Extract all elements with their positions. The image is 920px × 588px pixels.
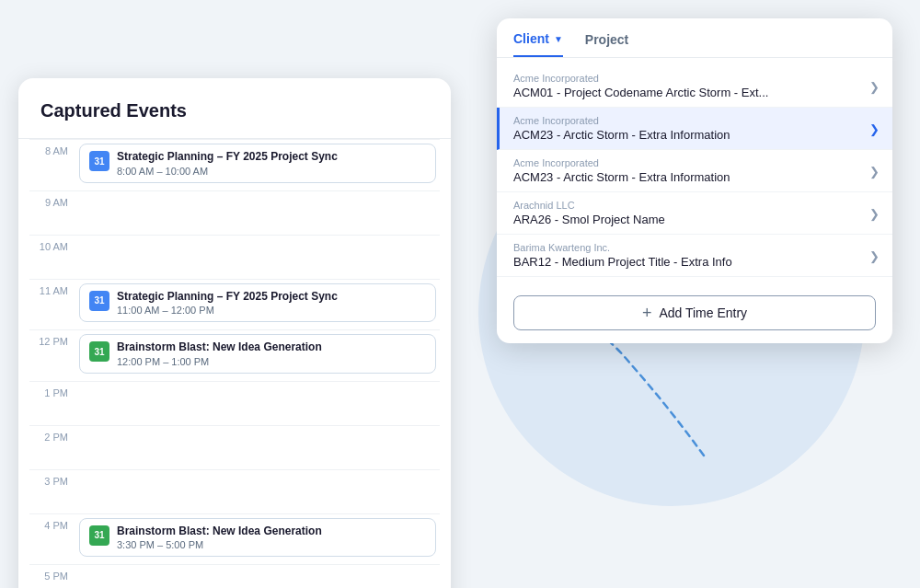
time-grid: 8 AM31Strategic Planning – FY 2025 Proje… [18,139,451,588]
event-title: Strategic Planning – FY 2025 Project Syn… [117,150,338,165]
tab-client[interactable]: Client ▼ [513,31,563,57]
time-content: 31Brainstorm Blast: New Idea Generation1… [75,330,440,381]
time-label: 1 PM [29,382,75,398]
time-row: 11 AM31Strategic Planning – FY 2025 Proj… [29,279,440,330]
event-card[interactable]: 31Strategic Planning – FY 2025 Project S… [79,144,436,183]
event-time: 8:00 AM – 10:00 AM [117,166,338,177]
project-client: Acme Incorporated [513,73,876,84]
project-name: ARA26 - Smol Project Name [513,213,876,226]
project-name: BAR12 - Medium Project Title - Extra Inf… [513,255,876,269]
tab-project-label: Project [585,32,628,47]
time-content: 31Strategic Planning – FY 2025 Project S… [75,280,440,330]
project-client: Barima Kwarteng Inc. [513,242,876,253]
event-time: 11:00 AM – 12:00 PM [117,305,338,316]
event-title: Brainstorm Blast: New Idea Generation [117,525,322,539]
event-info: Brainstorm Blast: New Idea Generation3:3… [117,525,322,551]
project-item[interactable]: Acme IncorporatedACM23 - Arctic Storm - … [497,150,892,192]
time-content [75,191,440,199]
event-time: 3:30 PM – 5:00 PM [117,539,322,550]
project-chevron-icon: ❯ [869,121,880,135]
project-list: Acme IncorporatedACM01 - Project Codenam… [497,58,892,284]
event-card[interactable]: 31Brainstorm Blast: New Idea Generation1… [79,334,436,374]
project-chevron-icon: ❯ [869,206,880,220]
project-chevron-icon: ❯ [869,248,880,262]
project-chevron-icon: ❯ [869,164,880,178]
project-name: ACM23 - Arctic Storm - Extra Information [513,170,876,184]
tab-client-chevron: ▼ [554,34,563,44]
time-row: 2 PM [29,425,440,469]
time-label: 3 PM [29,470,75,487]
project-item[interactable]: Acme IncorporatedACM01 - Project Codenam… [497,65,892,108]
calendar-icon: 31 [89,291,109,311]
time-row: 5 PM [29,564,440,588]
project-chevron-icon: ❯ [869,79,880,93]
dropdown-tabs: Client ▼ Project [497,18,892,58]
add-time-entry-button[interactable]: + Add Time Entry [513,295,876,330]
time-content [75,426,440,433]
project-client: Arachnid LLC [513,200,876,211]
time-row: 3 PM [29,469,440,513]
time-label: 2 PM [29,426,75,443]
time-content [75,382,440,389]
time-label: 12 PM [29,330,75,347]
time-label: 10 AM [29,236,75,252]
time-label: 4 PM [29,514,75,531]
calendar-panel: Captured Events 8 AM31Strategic Planning… [18,78,451,588]
project-item[interactable]: Arachnid LLCARA26 - Smol Project Name❯ [497,192,892,235]
event-info: Strategic Planning – FY 2025 Project Syn… [117,150,338,177]
add-time-entry-label: Add Time Entry [659,306,747,320]
event-card[interactable]: 31Strategic Planning – FY 2025 Project S… [79,283,436,323]
event-time: 12:00 PM – 1:00 PM [117,356,322,367]
event-info: Strategic Planning – FY 2025 Project Syn… [117,290,338,317]
plus-icon: + [642,305,652,321]
time-row: 4 PM31Brainstorm Blast: New Idea Generat… [29,513,440,565]
time-row: 1 PM [29,381,440,425]
time-label: 8 AM [29,140,75,156]
tab-project[interactable]: Project [585,31,628,57]
tab-client-label: Client [513,31,549,46]
time-content [75,470,440,478]
project-name: ACM23 - Arctic Storm - Extra Information [513,128,876,142]
project-item[interactable]: Barima Kwarteng Inc.BAR12 - Medium Proje… [497,235,892,277]
time-content [75,565,440,572]
event-title: Strategic Planning – FY 2025 Project Syn… [117,290,338,305]
time-label: 11 AM [29,280,75,296]
event-card[interactable]: 31Brainstorm Blast: New Idea Generation3… [79,518,436,558]
calendar-title: Captured Events [18,100,451,139]
event-info: Brainstorm Blast: New Idea Generation12:… [117,340,322,367]
time-label: 5 PM [29,565,75,582]
calendar-icon: 31 [89,525,109,546]
time-content [75,236,440,243]
time-label: 9 AM [29,191,75,208]
time-content: 31Brainstorm Blast: New Idea Generation3… [75,514,440,565]
project-client: Acme Incorporated [513,115,876,126]
dropdown-panel: Client ▼ Project Acme IncorporatedACM01 … [497,18,892,343]
time-row: 9 AM [29,190,440,235]
calendar-icon: 31 [89,341,109,362]
calendar-icon: 31 [89,151,109,171]
time-content: 31Strategic Planning – FY 2025 Project S… [75,140,440,190]
time-row: 8 AM31Strategic Planning – FY 2025 Proje… [29,139,440,190]
project-name: ACM01 - Project Codename Arctic Storm - … [513,86,876,99]
time-row: 12 PM31Brainstorm Blast: New Idea Genera… [29,329,440,381]
event-title: Brainstorm Blast: New Idea Generation [117,340,322,355]
project-item[interactable]: Acme IncorporatedACM23 - Arctic Storm - … [497,108,892,150]
time-row: 10 AM [29,235,440,279]
project-client: Acme Incorporated [513,157,876,168]
